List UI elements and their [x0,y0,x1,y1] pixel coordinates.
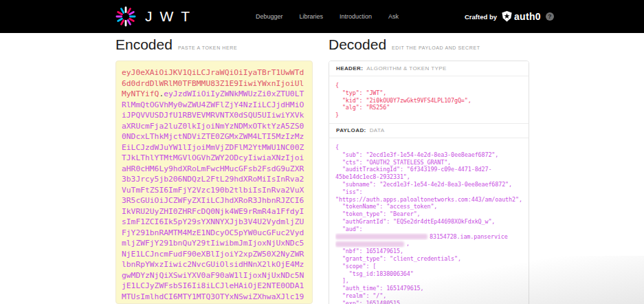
nav-item-debugger[interactable]: Debugger [256,13,283,20]
jwt-pinwheel-icon [115,6,137,28]
main-nav: DebuggerLibrariesIntroductionAsk [256,0,399,33]
payload-json-line: "tokenName": "access_token", [335,203,522,210]
crafted-by-group: Crafted by auth0 ? [465,0,554,33]
payload-json-line: "scope": [ [335,263,522,270]
nav-item-ask[interactable]: Ask [388,13,399,20]
header-section-bar: HEADER: ALGORITHM & TOKEN TYPE [329,61,529,76]
decoded-payload-json-editor[interactable]: { "sub": "2ecd1e3f-1e54-4e2d-8ea3-0ee8ea… [329,138,529,304]
nav-item-introduction[interactable]: Introduction [340,13,372,20]
payload-section-sublabel: DATA [370,127,385,133]
payload-json-line: "auth_time": 1651479615, [335,285,522,292]
jwt-logo[interactable]: JWT [115,6,197,28]
payload-json-line: , [335,240,522,248]
header-json-line: "kid": "2i0kOU0Y7zwGkt9VFS4LPL1O7gQ=", [335,97,522,105]
header-section-sublabel: ALGORITHM & TOKEN TYPE [366,65,446,72]
payload-json-line: ], [335,277,522,285]
header-json-line: "typ": "JWT", [335,89,522,97]
payload-json-line: 83154728.iam.panservice [335,233,522,241]
jwt-io-page: JWT DebuggerLibrariesIntroductionAsk Cra… [0,0,644,304]
decoded-title: Decoded [329,36,386,53]
payload-json-line: "nbf": 1651479615, [335,248,522,255]
top-navigation-bar: JWT DebuggerLibrariesIntroductionAsk Cra… [0,0,644,33]
header-json-line: "alg": "RS256" [335,104,522,111]
payload-json-line: "token_type": "Bearer", [335,210,522,218]
payload-section-label: PAYLOAD: [336,127,366,133]
crafted-by-label: Crafted by [465,13,497,21]
auth0-logo-link[interactable]: auth0 [502,11,541,22]
header-json-line: } [335,111,522,119]
header-section-label: HEADER: [336,65,363,72]
payload-json-line: { [335,144,522,151]
decoded-subtitle: EDIT THE PAYLOAD AND SECRET [392,45,480,50]
encoded-title: Encoded [115,36,173,53]
payload-json-line: "exp": 1651480515 [335,300,522,304]
encoded-token-input[interactable]: eyJ0eXAiOiJKV1QiLCJraWQiOiIyaTBrT1UwWTd6… [115,61,313,304]
auth0-shield-icon [502,11,512,22]
payload-json-line: "cts": "OAUTH2_STATELESS_GRANT", [335,159,522,166]
redacted-value-blur [335,241,404,247]
encoded-subtitle: PASTE A TOKEN HERE [178,45,237,50]
payload-json-line: "realm": "/", [335,292,522,300]
token-payload-segment: eyJzdWIiOiIyZWNkMWUzZi0xZTU0LTRlMmQtOGVh… [122,89,304,304]
payload-json-line: "iss": [335,188,522,196]
payload-json-line: "subname": "2ecd1e3f-1e54-4e2d-8ea3-0ee8… [335,181,522,188]
payload-json-line: 45be14dc1ec8-2932331", [335,173,522,181]
jwt-wordmark: JWT [145,8,197,25]
payload-json-line: "authGrantId": "EQSe2dr4dtEp44698XOkFdxk… [335,218,522,226]
decoded-title-row: Decoded EDIT THE PAYLOAD AND SECRET [329,36,480,53]
nav-item-libraries[interactable]: Libraries [300,13,324,20]
header-json-line: { [335,82,522,89]
payload-json-line: "https://auth.apps.paloaltonetworks.com:… [335,196,522,204]
decoded-panel: HEADER: ALGORITHM & TOKEN TYPE { "typ": … [329,61,529,304]
payload-section-bar: PAYLOAD: DATA [329,123,529,138]
payload-json-line: "tsg_id:1838006364" [335,270,522,278]
help-icon[interactable]: ? [546,12,554,21]
auth0-wordmark: auth0 [514,11,541,22]
redacted-value-blur [335,234,428,239]
payload-json-line: "grant_type": "client_credentials", [335,255,522,263]
encoded-title-row: Encoded PASTE A TOKEN HERE [115,36,237,53]
decoded-header-json-editor[interactable]: { "typ": "JWT", "kid": "2i0kOU0Y7zwGkt9V… [329,76,529,123]
payload-json-line: "auditTrackingId": "6f343199-c09e-4471-8… [335,166,522,173]
payload-json-line: "aud": [335,226,522,233]
payload-json-line: "sub": "2ecd1e3f-1e54-4e2d-8ea3-0ee8eaef… [335,151,522,159]
